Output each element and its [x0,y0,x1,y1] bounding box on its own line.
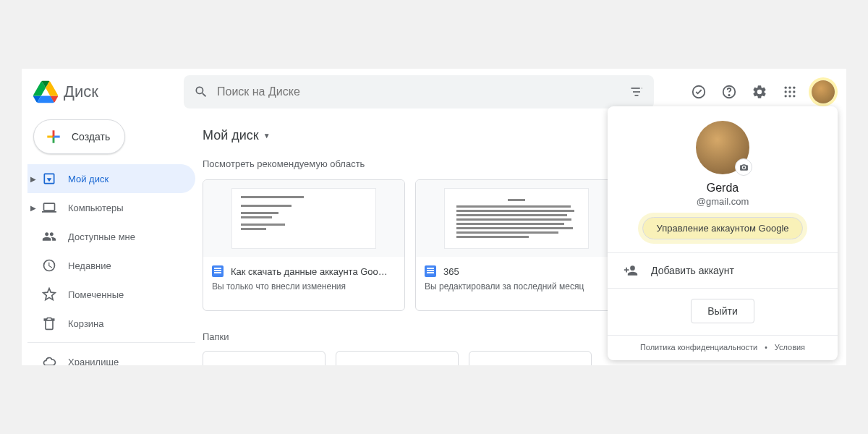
folder-item[interactable] [336,351,459,365]
trash-icon [42,316,56,331]
docs-icon [425,265,436,277]
sidebar-item-trash[interactable]: Корзина [27,309,195,338]
sidebar-item-label: Хранилище [68,357,119,366]
app-window: Диск Создать ▶ Мой диск [22,69,846,365]
account-name: Gerda [707,182,739,195]
sidebar-item-recent[interactable]: Недавние [27,251,195,280]
sidebar-item-label: Компьютеры [68,203,124,213]
help-icon[interactable] [720,83,738,101]
account-email: @gmail.com [697,196,749,207]
file-title: 365 [443,266,459,277]
sidebar-item-my-drive[interactable]: ▶ Мой диск [27,164,195,193]
folder-item[interactable] [203,351,326,365]
docs-icon [212,265,224,277]
popover-footer: Политика конфиденциальности • Условия [608,336,838,354]
svg-point-13 [793,90,795,93]
file-card[interactable]: Как скачать данные аккаунта Goo… Вы толь… [203,179,405,311]
create-button[interactable]: Создать [33,119,125,154]
chevron-right-icon: ▶ [30,204,36,212]
cloud-icon [42,354,56,365]
svg-point-10 [793,87,795,89]
search-input[interactable] [217,85,621,98]
person-add-icon [624,263,638,278]
app-name: Диск [64,82,98,101]
laptop-icon [42,200,56,215]
signout-button[interactable]: Выйти [691,299,754,323]
sidebar-item-storage[interactable]: Хранилище [27,347,195,365]
people-icon [42,229,56,244]
file-thumbnail [416,180,617,257]
chevron-right-icon: ▶ [30,175,36,183]
camera-icon[interactable] [735,158,752,176]
drive-logo-icon [33,80,58,104]
file-subtitle: Вы редактировали за последний месяц [425,281,608,292]
settings-icon[interactable] [751,83,768,101]
search-bar[interactable] [184,75,654,109]
svg-rect-2 [635,95,639,96]
sidebar-item-shared[interactable]: Доступные мне [27,222,195,251]
search-icon [194,85,208,99]
sidebar-item-label: Корзина [68,318,104,329]
svg-point-12 [788,90,791,93]
sidebar-item-starred[interactable]: Помеченные [27,280,195,309]
manage-account-button[interactable]: Управление аккаунтом Google [642,217,802,239]
file-thumbnail [203,180,404,257]
svg-point-4 [631,95,634,97]
star-icon [42,287,56,302]
svg-point-14 [785,95,787,97]
svg-point-15 [788,95,791,97]
app-logo[interactable]: Диск [33,80,178,104]
divider [27,342,195,343]
search-options-icon[interactable] [629,85,644,99]
svg-point-16 [793,95,795,97]
breadcrumb-label: Мой диск [203,128,259,143]
ready-offline-icon[interactable] [690,83,707,101]
drive-icon [42,171,56,186]
avatar-wrap [696,121,749,174]
svg-point-3 [640,88,642,90]
folder-item[interactable] [469,351,592,365]
create-button-label: Создать [72,131,110,142]
file-title: Как скачать данные аккаунта Goo… [231,266,388,277]
dot-separator: • [765,344,767,352]
file-subtitle: Вы только что внесли изменения [212,281,396,292]
apps-grid-icon[interactable] [781,83,799,101]
sidebar-item-label: Помеченные [68,289,124,300]
sidebar-item-label: Недавние [68,260,111,271]
privacy-link[interactable]: Политика конфиденциальности [640,343,757,352]
sidebar-item-label: Доступные мне [68,231,135,242]
account-avatar[interactable] [812,80,835,103]
sidebar-item-computers[interactable]: ▶ Компьютеры [27,193,195,222]
svg-rect-1 [633,91,640,93]
sidebar-item-label: Мой диск [68,174,109,184]
plus-icon [44,127,63,146]
sidebar: Создать ▶ Мой диск ▶ Компьютеры Доступны… [22,115,195,365]
file-card[interactable]: 365 Вы редактировали за последний месяц [415,179,618,311]
add-account-label: Добавить аккаунт [651,265,734,276]
terms-link[interactable]: Условия [775,343,805,352]
add-account-button[interactable]: Добавить аккаунт [608,253,838,288]
svg-point-7 [728,95,729,95]
topbar-actions [690,80,835,103]
account-popover: Gerda @gmail.com Управление аккаунтом Go… [608,106,838,360]
svg-point-9 [788,87,791,89]
nav-list: ▶ Мой диск ▶ Компьютеры Доступные мне Не… [27,164,195,365]
clock-icon [42,258,56,273]
chevron-down-icon: ▼ [263,132,271,140]
svg-point-11 [785,90,787,93]
svg-point-8 [785,87,787,89]
